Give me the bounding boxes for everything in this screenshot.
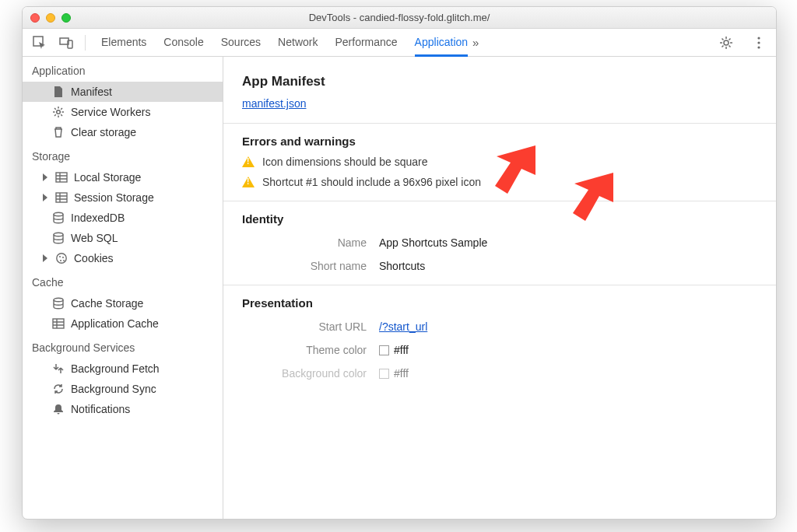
tab-console[interactable]: Console <box>163 30 203 56</box>
sidebar-group-background: Background Services <box>23 334 223 359</box>
start-url-link[interactable]: /?start_url <box>379 320 427 333</box>
manifest-panel: App Manifest manifest.json Errors and wa… <box>223 57 776 519</box>
sidebar-group-cache: Cache <box>23 268 223 293</box>
traffic-lights <box>30 13 71 23</box>
sidebar-label: Session Storage <box>74 191 154 204</box>
database-icon <box>52 297 65 310</box>
page-title: App Manifest <box>242 74 757 89</box>
inspect-element-icon[interactable] <box>32 35 47 51</box>
field-label: Short name <box>242 260 379 272</box>
device-toggle-icon[interactable] <box>58 35 74 51</box>
window-title: DevTools - candied-flossy-fold.glitch.me… <box>309 12 490 23</box>
sidebar-label: Cookies <box>74 252 114 264</box>
field-label: Background color <box>242 367 379 380</box>
svg-point-10 <box>54 212 63 215</box>
sidebar-item-session-storage[interactable]: Session Storage <box>23 187 223 208</box>
field-label: Theme color <box>242 344 379 356</box>
bell-icon <box>52 403 65 415</box>
application-sidebar: Application Manifest Service Workers Cle… <box>23 57 223 519</box>
tab-elements[interactable]: Elements <box>101 30 146 56</box>
fetch-icon <box>52 362 65 375</box>
warning-row: Shortcut #1 should include a 96x96 pixel… <box>242 176 757 188</box>
identity-heading: Identity <box>242 212 757 226</box>
sidebar-item-cache-storage[interactable]: Cache Storage <box>23 293 223 313</box>
sidebar-item-background-sync[interactable]: Background Sync <box>23 379 223 399</box>
sidebar-item-background-fetch[interactable]: Background Fetch <box>23 359 223 379</box>
field-value: #fff <box>379 367 409 380</box>
svg-point-12 <box>57 254 66 263</box>
sidebar-label: IndexedDB <box>71 212 125 224</box>
svg-point-13 <box>59 256 61 257</box>
sidebar-item-cookies[interactable]: Cookies <box>23 248 223 268</box>
expand-triangle-icon <box>43 173 47 181</box>
errors-heading: Errors and warnings <box>242 135 757 148</box>
identity-shortname-row: Short name Shortcuts <box>242 260 757 272</box>
color-swatch <box>379 369 389 379</box>
close-window-button[interactable] <box>30 13 40 23</box>
field-value: Shortcuts <box>379 260 425 272</box>
svg-point-6 <box>757 46 760 48</box>
trash-icon <box>52 126 65 138</box>
sidebar-item-manifest[interactable]: Manifest <box>23 82 223 102</box>
svg-rect-9 <box>56 193 67 202</box>
sidebar-item-local-storage[interactable]: Local Storage <box>23 167 223 187</box>
sidebar-item-indexeddb[interactable]: IndexedDB <box>23 208 223 228</box>
background-color-row: Background color #fff <box>242 367 757 380</box>
warning-icon <box>242 177 255 187</box>
sidebar-item-application-cache[interactable]: Application Cache <box>23 313 223 334</box>
sidebar-label: Notifications <box>71 403 130 415</box>
database-icon <box>52 232 65 244</box>
sidebar-label: Service Workers <box>71 106 150 118</box>
svg-point-7 <box>57 110 61 114</box>
cookie-icon <box>55 252 68 264</box>
manifest-link[interactable]: manifest.json <box>242 97 306 110</box>
panel-tabs: Elements Console Sources Network Perform… <box>101 30 468 56</box>
tab-performance[interactable]: Performance <box>335 30 397 56</box>
svg-point-11 <box>54 233 63 236</box>
sync-icon <box>52 383 65 395</box>
maximize-window-button[interactable] <box>61 13 71 23</box>
sidebar-item-clear-storage[interactable]: Clear storage <box>23 122 223 142</box>
tab-network[interactable]: Network <box>278 30 318 56</box>
expand-triangle-icon <box>43 254 47 262</box>
sidebar-label: Web SQL <box>71 232 118 244</box>
svg-point-3 <box>724 40 729 45</box>
warning-icon <box>242 156 255 167</box>
grid-icon <box>55 191 68 204</box>
svg-point-14 <box>62 257 64 258</box>
grid-icon <box>52 317 65 330</box>
identity-name-row: Name App Shortcuts Sample <box>242 236 757 249</box>
svg-point-15 <box>60 260 61 261</box>
field-label: Start URL <box>242 320 379 333</box>
sidebar-label: Application Cache <box>71 317 159 330</box>
kebab-menu-icon[interactable] <box>751 35 767 51</box>
presentation-heading: Presentation <box>242 296 757 310</box>
theme-color-row: Theme color #fff <box>242 344 757 356</box>
sidebar-group-application: Application <box>23 57 223 82</box>
sidebar-label: Local Storage <box>74 171 141 184</box>
warning-text: Icon dimensions should be square <box>262 156 427 168</box>
svg-point-16 <box>63 260 65 261</box>
sidebar-item-notifications[interactable]: Notifications <box>23 399 223 419</box>
field-value: App Shortcuts Sample <box>379 236 487 249</box>
gear-icon <box>52 106 65 118</box>
sidebar-label: Clear storage <box>71 126 136 138</box>
field-label: Name <box>242 236 379 249</box>
devtools-window: DevTools - candied-flossy-fold.glitch.me… <box>22 6 777 520</box>
expand-triangle-icon <box>43 194 47 201</box>
sidebar-item-websql[interactable]: Web SQL <box>23 228 223 248</box>
separator <box>85 35 86 51</box>
divider <box>223 123 776 124</box>
database-icon <box>52 212 65 224</box>
minimize-window-button[interactable] <box>46 13 55 23</box>
tab-sources[interactable]: Sources <box>221 30 261 56</box>
more-tabs-icon[interactable]: » <box>472 36 476 49</box>
titlebar: DevTools - candied-flossy-fold.glitch.me… <box>23 7 776 29</box>
sidebar-label: Background Fetch <box>71 362 160 375</box>
tab-application[interactable]: Application <box>415 30 469 57</box>
settings-gear-icon[interactable] <box>718 35 734 51</box>
sidebar-item-service-workers[interactable]: Service Workers <box>23 102 223 122</box>
divider <box>223 285 776 285</box>
svg-rect-18 <box>53 319 64 328</box>
file-icon <box>52 86 65 98</box>
